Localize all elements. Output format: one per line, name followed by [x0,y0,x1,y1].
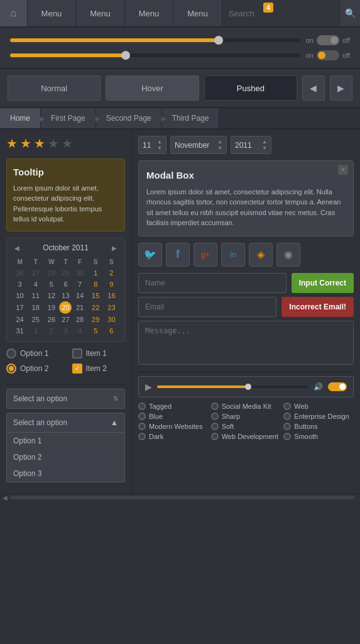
tag-item[interactable]: Smooth [283,433,354,440]
calendar-day[interactable]: 17 [12,301,28,314]
calendar-day[interactable]: 20 [59,301,72,314]
normal-button[interactable]: Normal [8,75,101,101]
calendar-day[interactable]: 28 [43,267,59,279]
calendar-day[interactable]: 6 [104,325,119,336]
calendar-day[interactable]: 27 [59,314,72,325]
calendar-day[interactable]: 4 [72,325,87,336]
slider-thumb-1[interactable] [214,36,223,45]
tag-item[interactable]: Sharp [211,413,281,420]
hover-button[interactable]: Hover [106,75,199,101]
rss-icon[interactable]: ◈ [249,243,273,267]
calendar-day[interactable]: 16 [104,290,119,301]
calendar-day[interactable]: 12 [43,290,59,301]
calendar-day[interactable]: 11 [28,290,43,301]
nav-menu-3[interactable]: Menu [125,0,174,26]
tag-item[interactable]: Dark [138,433,209,440]
calendar-day[interactable]: 29 [88,314,104,325]
nav-home-button[interactable]: ⌂ [0,0,28,26]
dropdown-option-3[interactable]: Option 3 [7,465,124,482]
month-picker[interactable]: November ▲▼ [170,136,227,154]
nav-menu-4[interactable]: Menu [173,0,222,26]
calendar-day[interactable]: 2 [43,325,59,336]
modal-close-button[interactable]: × [338,165,348,175]
calendar-day[interactable]: 9 [104,279,119,290]
calendar-day[interactable]: 10 [12,290,28,301]
star-1[interactable]: ★ [6,136,18,151]
calendar-day[interactable]: 19 [43,301,59,314]
checkbox-2[interactable]: ✓ [72,364,82,374]
calendar-day[interactable]: 7 [72,279,87,290]
calendar-day[interactable]: 3 [59,325,72,336]
calendar-day[interactable]: 1 [88,267,104,279]
dropdown-option-2[interactable]: Option 2 [7,449,124,465]
calendar-day[interactable]: 13 [59,290,72,301]
dropdown-header[interactable]: Select an option ▲ [7,413,124,433]
tag-item[interactable]: Web [283,402,354,410]
select-dropdown-1[interactable]: Select an option ⇅ [6,389,125,409]
search-button[interactable]: 🔍 [341,0,360,26]
year-picker[interactable]: 2011 ▲▼ [231,136,271,154]
email-input[interactable] [138,297,276,317]
calendar-day[interactable]: 24 [12,314,28,325]
tag-item[interactable]: Web Development [211,433,281,440]
dropdown-option-1[interactable]: Option 1 [7,433,124,449]
star-5[interactable]: ★ [62,136,73,151]
tag-item[interactable]: Blue [138,413,209,420]
calendar-day[interactable]: 31 [12,325,28,336]
slider-thumb-2[interactable] [121,51,130,60]
calendar-day[interactable]: 30 [104,314,119,325]
cal-next[interactable]: ▶ [109,243,119,253]
breadcrumb-home[interactable]: Home [0,108,41,128]
radio-1[interactable] [6,348,16,358]
calendar-day[interactable]: 25 [28,314,43,325]
search-input[interactable] [222,0,341,26]
googleplus-icon[interactable]: g+ [194,243,217,267]
volume-icon[interactable]: 🔊 [314,382,323,391]
nav-menu-2[interactable]: Menu [76,0,125,26]
radio-2[interactable] [6,364,16,374]
facebook-icon[interactable]: f [166,243,190,267]
toggle-switch-1[interactable] [317,35,339,45]
calendar-day[interactable]: 6 [59,279,72,290]
calendar-day[interactable]: 3 [12,279,28,290]
toggle-switch-2[interactable] [317,50,339,60]
tag-item[interactable]: Enterprise Design [283,413,354,420]
calendar-day[interactable]: 26 [12,267,28,279]
tag-item[interactable]: Modern Websites [138,423,209,430]
year-spin[interactable]: ▲▼ [262,139,267,151]
calendar-day[interactable]: 30 [72,267,87,279]
play-button[interactable]: ▶ [145,382,152,392]
tag-item[interactable]: Soft [211,423,281,430]
slider-track-2[interactable] [10,53,300,57]
calendar-day[interactable]: 5 [88,325,104,336]
calendar-day[interactable]: 22 [88,301,104,314]
scroll-left-button[interactable]: ◀ [3,494,8,501]
calendar-day[interactable]: 8 [88,279,104,290]
audio-progress[interactable] [157,386,308,388]
calendar-day[interactable]: 2 [104,267,119,279]
volume-toggle[interactable] [328,382,347,391]
calendar-day[interactable]: 26 [43,314,59,325]
calendar-day[interactable]: 4 [28,279,43,290]
star-3[interactable]: ★ [34,136,45,151]
breadcrumb-first[interactable]: First Page [41,108,96,128]
nav-menu-1[interactable]: Menu [28,0,77,26]
extra-icon[interactable]: ◉ [276,243,300,267]
star-2[interactable]: ★ [20,136,31,151]
prev-button[interactable]: ◀ [302,75,325,101]
calendar-day[interactable]: 15 [88,290,104,301]
calendar-day[interactable]: 1 [28,325,43,336]
calendar-day[interactable]: 14 [72,290,87,301]
calendar-day[interactable]: 18 [28,301,43,314]
calendar-day[interactable]: 28 [72,314,87,325]
calendar-day[interactable]: 5 [43,279,59,290]
calendar-day[interactable]: 23 [104,301,119,314]
tag-item[interactable]: Tagged [138,402,209,410]
breadcrumb-second[interactable]: Second Page [96,108,162,128]
calendar-day[interactable]: 21 [72,301,87,314]
day-picker[interactable]: 11 ▲▼ [138,136,166,154]
breadcrumb-third[interactable]: Third Page [162,108,220,128]
day-spin[interactable]: ▲▼ [157,139,162,151]
star-4[interactable]: ★ [48,136,59,151]
month-spin[interactable]: ▲▼ [217,139,222,151]
